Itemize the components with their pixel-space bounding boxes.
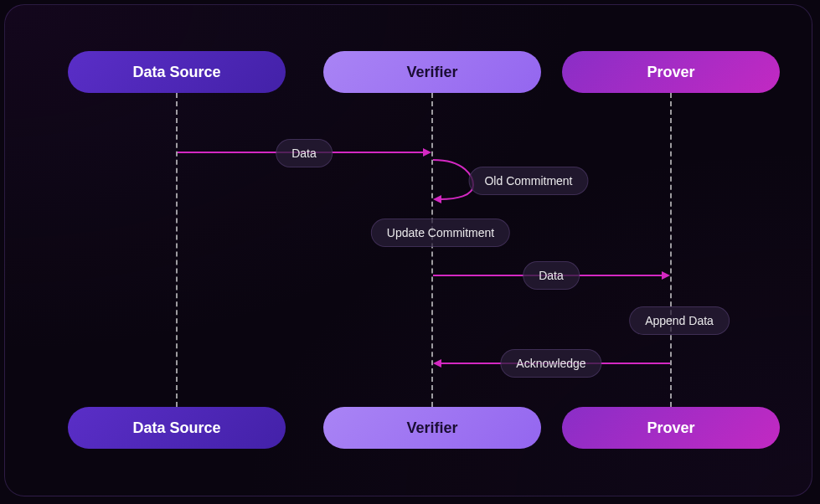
actor-label: Data Source (132, 419, 220, 437)
lifeline-prover (670, 93, 672, 407)
actor-prover-bottom: Prover (562, 407, 780, 449)
actor-verifier-bottom: Verifier (323, 407, 541, 449)
lifeline-data-source (176, 93, 178, 407)
message-update-commitment: Update Commitment (371, 219, 510, 247)
actor-label: Data Source (132, 64, 220, 81)
actor-label: Verifier (406, 419, 457, 437)
arrow-head-icon (662, 271, 670, 280)
message-data-1: Data (276, 139, 333, 167)
actor-data-source-bottom: Data Source (68, 407, 286, 449)
message-old-commitment: Old Commitment (468, 167, 588, 195)
actor-label: Verifier (406, 64, 457, 81)
message-acknowledge: Acknowledge (500, 349, 601, 378)
message-append-data: Append Data (629, 306, 730, 335)
actor-verifier-top: Verifier (323, 51, 541, 93)
diagram-frame: { "actors": { "dataSource": "Data Source… (4, 4, 812, 496)
arrow-head-icon (433, 359, 441, 368)
message-data-2: Data (523, 261, 580, 290)
actor-prover-top: Prover (562, 51, 780, 93)
arrow-head-icon (423, 148, 431, 157)
actor-label: Prover (647, 419, 694, 437)
actor-data-source-top: Data Source (68, 51, 286, 93)
svg-marker-0 (433, 195, 441, 203)
actor-label: Prover (647, 64, 694, 81)
